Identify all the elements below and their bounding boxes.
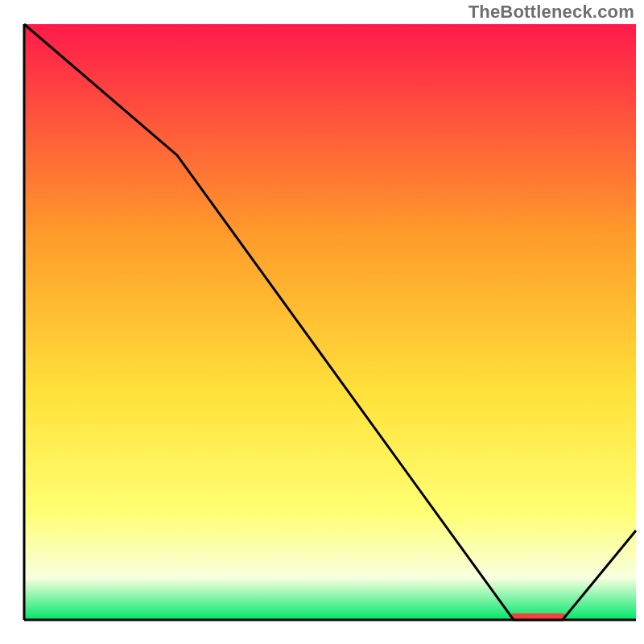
- chart-stage: TheBottleneck.com: [0, 0, 644, 644]
- watermark-text: TheBottleneck.com: [469, 2, 634, 23]
- plot-background: [24, 24, 636, 620]
- chart-svg: [0, 0, 644, 644]
